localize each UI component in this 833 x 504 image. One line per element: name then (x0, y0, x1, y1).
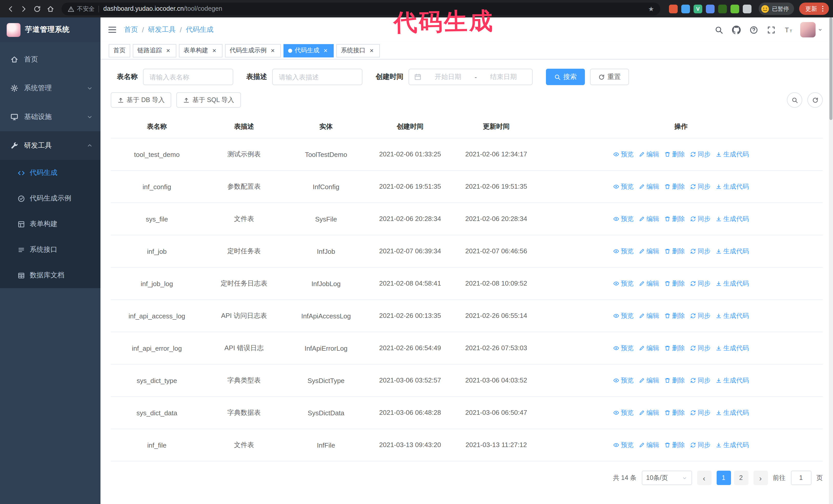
sync-action[interactable]: 同步 (690, 279, 711, 288)
delete-action[interactable]: 删除 (664, 182, 685, 191)
bookmark-star-icon[interactable]: ★ (648, 5, 654, 12)
tab[interactable]: 代码生成示例 × (225, 44, 281, 57)
sync-action[interactable]: 同步 (690, 408, 711, 417)
preview-action[interactable]: 预览 (613, 408, 634, 417)
sync-action[interactable]: 同步 (690, 441, 711, 449)
delete-action[interactable]: 删除 (664, 344, 685, 353)
sidebar-submenu-item[interactable]: 代码生成 (0, 160, 100, 186)
sidebar-menu-item[interactable]: 基础设施 (0, 102, 100, 131)
delete-action[interactable]: 删除 (664, 408, 685, 417)
toggle-search-button[interactable] (787, 92, 802, 108)
generate-code-action[interactable]: 生成代码 (716, 150, 749, 159)
page-number-button[interactable]: 2 (734, 471, 748, 485)
tab-close-icon[interactable]: × (368, 47, 375, 54)
font-size-icon[interactable]: TT (784, 25, 793, 34)
browser-extension-icon[interactable] (718, 4, 727, 13)
sidebar-submenu-item[interactable]: 代码生成示例 (0, 186, 100, 211)
generate-code-action[interactable]: 生成代码 (716, 408, 749, 417)
generate-code-action[interactable]: 生成代码 (716, 182, 749, 191)
page-number-button[interactable]: 1 (716, 471, 731, 485)
search-button[interactable]: 搜索 (546, 69, 585, 85)
sidebar-menu-item[interactable]: 系统管理 (0, 74, 100, 102)
page-size-select[interactable]: 10条/页 (642, 471, 692, 485)
edit-action[interactable]: 编辑 (639, 247, 659, 256)
preview-action[interactable]: 预览 (613, 215, 634, 223)
sync-action[interactable]: 同步 (690, 182, 711, 191)
prev-page-button[interactable]: ‹ (697, 471, 711, 485)
tab[interactable]: 首页 (109, 44, 130, 57)
generate-code-action[interactable]: 生成代码 (716, 247, 749, 256)
preview-action[interactable]: 预览 (613, 311, 634, 320)
edit-action[interactable]: 编辑 (639, 376, 659, 385)
delete-action[interactable]: 删除 (664, 150, 685, 159)
preview-action[interactable]: 预览 (613, 344, 634, 353)
preview-action[interactable]: 预览 (613, 150, 634, 159)
search-icon[interactable] (715, 25, 723, 34)
browser-reload-icon[interactable] (31, 3, 43, 15)
profile-paused-button[interactable]: 已暂停 (759, 3, 794, 15)
address-bar[interactable]: 不安全 dashboard.yudao.iocoder.cn/tool/code… (62, 2, 660, 15)
sidebar-menu-item[interactable]: 首页 (0, 45, 100, 74)
reset-button[interactable]: 重置 (590, 69, 629, 85)
browser-extension-icon[interactable] (743, 4, 752, 13)
edit-action[interactable]: 编辑 (639, 344, 659, 353)
delete-action[interactable]: 删除 (664, 215, 685, 223)
delete-action[interactable]: 删除 (664, 376, 685, 385)
sidebar-menu-item[interactable]: 研发工具 (0, 131, 100, 160)
browser-back-icon[interactable] (4, 3, 17, 15)
preview-action[interactable]: 预览 (613, 182, 634, 191)
user-avatar[interactable] (800, 22, 815, 38)
fullscreen-icon[interactable] (767, 25, 776, 34)
tab[interactable]: 表单构建 × (179, 44, 222, 57)
import-db-button[interactable]: 基于 DB 导入 (111, 92, 171, 108)
chevron-down-icon[interactable] (818, 27, 823, 32)
breadcrumb-item[interactable]: 首页 (124, 25, 138, 34)
preview-action[interactable]: 预览 (613, 247, 634, 256)
browser-extension-icon[interactable] (669, 4, 678, 13)
goto-page-input[interactable] (791, 471, 811, 485)
import-sql-button[interactable]: 基于 SQL 导入 (176, 92, 241, 108)
scrollbar[interactable] (829, 18, 833, 504)
preview-action[interactable]: 预览 (613, 376, 634, 385)
generate-code-action[interactable]: 生成代码 (716, 441, 749, 449)
edit-action[interactable]: 编辑 (639, 150, 659, 159)
edit-action[interactable]: 编辑 (639, 215, 659, 223)
edit-action[interactable]: 编辑 (639, 182, 659, 191)
sidebar-toggle-icon[interactable] (108, 25, 117, 34)
browser-forward-icon[interactable] (18, 3, 30, 15)
tab[interactable]: 链路追踪 × (133, 44, 176, 57)
sync-action[interactable]: 同步 (690, 344, 711, 353)
generate-code-action[interactable]: 生成代码 (716, 215, 749, 223)
browser-menu-icon[interactable] (819, 5, 826, 12)
browser-extension-icon[interactable] (731, 4, 739, 13)
tab-close-icon[interactable]: × (322, 47, 329, 54)
generate-code-action[interactable]: 生成代码 (716, 311, 749, 320)
github-icon[interactable] (732, 25, 741, 34)
edit-action[interactable]: 编辑 (639, 408, 659, 417)
browser-extension-icon[interactable] (681, 4, 690, 13)
sidebar-submenu-item[interactable]: 数据库文档 (0, 263, 100, 288)
breadcrumb-item[interactable]: 代码生成 (186, 25, 214, 34)
edit-action[interactable]: 编辑 (639, 311, 659, 320)
sync-action[interactable]: 同步 (690, 150, 711, 159)
generate-code-action[interactable]: 生成代码 (716, 279, 749, 288)
sync-action[interactable]: 同步 (690, 215, 711, 223)
refresh-table-button[interactable] (807, 92, 823, 108)
preview-action[interactable]: 预览 (613, 441, 634, 449)
tab-close-icon[interactable]: × (211, 47, 218, 54)
generate-code-action[interactable]: 生成代码 (716, 344, 749, 353)
edit-action[interactable]: 编辑 (639, 279, 659, 288)
breadcrumb-item[interactable]: 研发工具 (148, 25, 176, 34)
delete-action[interactable]: 删除 (664, 279, 685, 288)
delete-action[interactable]: 删除 (664, 441, 685, 449)
tab-close-icon[interactable]: × (269, 47, 276, 54)
preview-action[interactable]: 预览 (613, 279, 634, 288)
next-page-button[interactable]: › (753, 471, 768, 485)
table-desc-input[interactable] (272, 69, 362, 85)
sidebar-submenu-item[interactable]: 表单构建 (0, 211, 100, 237)
scrollbar-thumb[interactable] (829, 18, 832, 120)
sync-action[interactable]: 同步 (690, 311, 711, 320)
tab-close-icon[interactable]: × (165, 47, 172, 54)
browser-extension-icon[interactable] (706, 4, 715, 13)
browser-extension-icon[interactable]: V (694, 4, 702, 13)
